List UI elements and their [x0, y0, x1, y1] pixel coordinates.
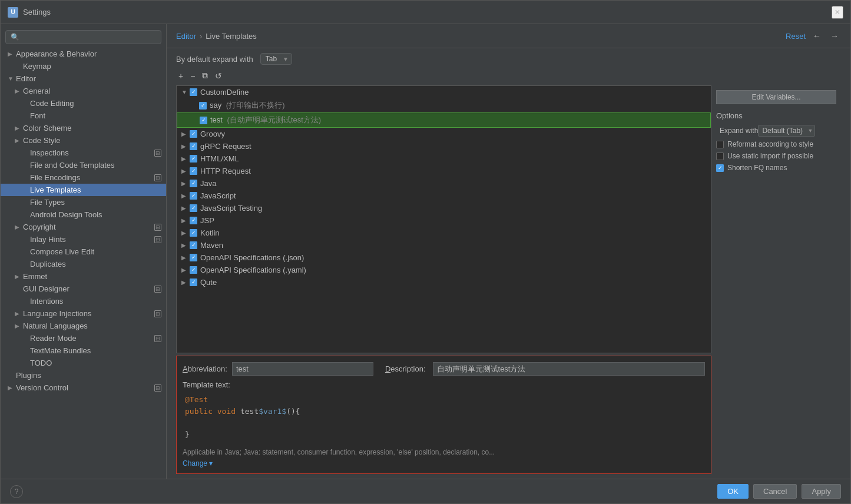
nav-forward-button[interactable]: →	[828, 30, 841, 42]
tree-checkbox-test[interactable]	[200, 117, 207, 124]
tree-item-qute[interactable]: ▶Qute	[177, 276, 711, 289]
sidebar-item-intentions[interactable]: Intentions	[1, 295, 166, 307]
sidebar-item-emmet[interactable]: ▶Emmet	[1, 270, 166, 283]
use-static-checkbox[interactable]	[716, 152, 724, 160]
shorten-fq-checkbox[interactable]	[716, 164, 724, 172]
sidebar-item-natural-languages[interactable]: ▶Natural Languages	[1, 320, 166, 332]
tree-checkbox-javascript-testing[interactable]	[190, 204, 197, 212]
tree-label-http-request: HTTP Request	[200, 167, 251, 175]
sidebar-item-reader-mode[interactable]: Reader Mode⊟	[1, 332, 166, 344]
search-input[interactable]	[5, 30, 161, 44]
abbreviation-input[interactable]	[232, 362, 373, 376]
remove-template-button[interactable]: −	[188, 70, 197, 82]
sidebar-label-copyright: Copyright	[23, 223, 152, 231]
tree-item-html-xml[interactable]: ▶HTML/XML	[177, 152, 711, 165]
help-button[interactable]: ?	[10, 485, 23, 498]
tree-checkbox-say[interactable]	[199, 102, 207, 110]
tree-checkbox-groovy[interactable]	[190, 130, 197, 138]
tree-item-kotlin[interactable]: ▶Kotlin	[177, 227, 711, 239]
expand-with-select[interactable]: Default (Tab)	[758, 125, 815, 137]
tree-checkbox-kotlin[interactable]	[190, 229, 197, 237]
sidebar-item-code-style[interactable]: ▶Code Style	[1, 134, 166, 147]
tree-item-say[interactable]: say (打印输出不换行)	[177, 98, 711, 112]
sidebar-item-inspections[interactable]: Inspections⊟	[1, 147, 166, 159]
sidebar-badge-file-encodings: ⊟	[154, 174, 161, 181]
tree-checkbox-openapi-yaml[interactable]	[190, 266, 197, 274]
sidebar-label-general: General	[23, 87, 161, 95]
sidebar-item-appearance[interactable]: ▶Appearance & Behavior	[1, 48, 166, 60]
sidebar-item-file-code-templates[interactable]: File and Code Templates	[1, 159, 166, 171]
tree-arrow-kotlin: ▶	[181, 230, 190, 236]
reset-button[interactable]: Reset	[786, 32, 806, 41]
ok-button[interactable]: OK	[717, 484, 749, 499]
sidebar-item-language-injections[interactable]: ▶Language Injections⊟	[1, 307, 166, 320]
edit-variables-button[interactable]: Edit Variables...	[716, 90, 836, 104]
sidebar-item-textmate-bundles[interactable]: TextMate Bundles	[1, 344, 166, 357]
sidebar-item-todo[interactable]: TODO	[1, 357, 166, 369]
description-input[interactable]	[433, 362, 705, 376]
tree-item-javascript-testing[interactable]: ▶JavaScript Testing	[177, 202, 711, 214]
tree-checkbox-openapi-json[interactable]	[190, 254, 197, 261]
tree-checkbox-qute[interactable]	[190, 278, 197, 286]
sidebar-item-duplicates[interactable]: Duplicates	[1, 258, 166, 270]
tree-item-maven[interactable]: ▶Maven	[177, 239, 711, 251]
sidebar-item-compose-live-edit[interactable]: Compose Live Edit	[1, 246, 166, 258]
templates-tree[interactable]: ▼CustomDefinesay (打印输出不换行)test (自动声明单元测试…	[176, 85, 711, 353]
sidebar-item-code-editing[interactable]: Code Editing	[1, 97, 166, 110]
tree-item-openapi-yaml[interactable]: ▶OpenAPI Specifications (.yaml)	[177, 264, 711, 276]
sidebar-item-live-templates[interactable]: Live Templates	[1, 184, 166, 196]
sidebar-item-android-design-tools[interactable]: Android Design Tools	[1, 208, 166, 221]
sidebar-item-file-types[interactable]: File Types	[1, 196, 166, 208]
tree-checkbox-http-request[interactable]	[190, 167, 197, 175]
tree-label-jsp: JSP	[200, 216, 214, 225]
tree-checkbox-maven[interactable]	[190, 241, 197, 249]
change-link[interactable]: Change ▾	[183, 459, 213, 467]
add-template-button[interactable]: +	[176, 70, 186, 82]
sidebar-item-keymap[interactable]: Keymap	[1, 60, 166, 72]
content-area: By default expand with Tab ▼ + − ⧉ ↺	[167, 48, 850, 479]
sidebar-item-editor[interactable]: ▼Editor	[1, 72, 166, 85]
tree-sublabel-test: (自动声明单元测试test方法)	[225, 115, 321, 124]
tree-checkbox-jsp[interactable]	[190, 217, 197, 224]
breadcrumb-parent[interactable]: Editor	[176, 32, 196, 41]
sidebar-arrow-code-style: ▶	[15, 137, 22, 144]
sidebar-label-version-control: Version Control	[16, 383, 152, 392]
sidebar-item-plugins[interactable]: Plugins	[1, 369, 166, 382]
options-section: Options Expand with Default (Tab) ▼	[716, 111, 836, 175]
tree-checkbox-customdefine[interactable]	[190, 88, 197, 96]
sidebar-item-copyright[interactable]: ▶Copyright⊟	[1, 221, 166, 233]
tree-item-java[interactable]: ▶Java	[177, 177, 711, 190]
tree-item-groovy[interactable]: ▶Groovy	[177, 128, 711, 140]
tree-item-test[interactable]: test (自动声明单元测试test方法)	[177, 112, 711, 128]
sidebar-item-inlay-hints[interactable]: Inlay Hints⊟	[1, 233, 166, 246]
sidebar-label-inlay-hints: Inlay Hints	[30, 235, 152, 244]
sidebar-item-version-control[interactable]: ▶Version Control⊟	[1, 382, 166, 394]
sidebar-item-font[interactable]: Font	[1, 110, 166, 122]
nav-back-button[interactable]: ←	[810, 30, 823, 42]
sidebar-badge-version-control: ⊟	[154, 384, 161, 392]
tree-item-http-request[interactable]: ▶HTTP Request	[177, 165, 711, 177]
tree-checkbox-html-xml[interactable]	[190, 155, 197, 163]
tree-arrow-qute: ▶	[181, 279, 190, 286]
sidebar-item-color-scheme[interactable]: ▶Color Scheme	[1, 122, 166, 134]
tree-item-openapi-json[interactable]: ▶OpenAPI Specifications (.json)	[177, 251, 711, 264]
apply-button[interactable]: Apply	[802, 484, 841, 499]
tree-checkbox-grpc-request[interactable]	[190, 142, 197, 150]
template-text-area[interactable]: @Test public void test$var1$(){ }	[183, 392, 705, 445]
tree-checkbox-javascript[interactable]	[190, 192, 197, 200]
sidebar-label-gui-designer: GUI Designer	[23, 284, 152, 293]
tree-item-jsp[interactable]: ▶JSP	[177, 214, 711, 227]
tree-checkbox-java[interactable]	[190, 180, 197, 187]
tree-item-customdefine[interactable]: ▼CustomDefine	[177, 86, 711, 98]
tree-item-grpc-request[interactable]: ▶gRPC Request	[177, 140, 711, 152]
close-button[interactable]: ×	[832, 6, 843, 19]
reset-template-button[interactable]: ↺	[213, 70, 224, 82]
cancel-button[interactable]: Cancel	[753, 484, 797, 499]
expand-select[interactable]: Tab	[260, 53, 292, 65]
sidebar-item-file-encodings[interactable]: File Encodings⊟	[1, 171, 166, 184]
sidebar-item-general[interactable]: ▶General	[1, 85, 166, 97]
tree-item-javascript[interactable]: ▶JavaScript	[177, 190, 711, 202]
reformat-checkbox[interactable]	[716, 141, 724, 148]
copy-template-button[interactable]: ⧉	[200, 69, 210, 82]
sidebar-item-gui-designer[interactable]: GUI Designer⊟	[1, 283, 166, 295]
